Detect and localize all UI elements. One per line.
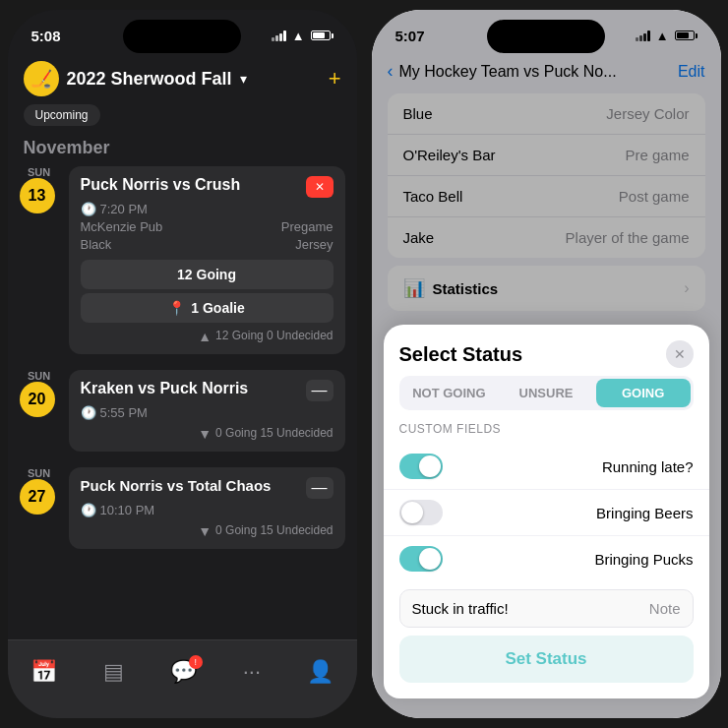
modal-close-button[interactable]: ✕: [666, 340, 694, 368]
game-row: SUN 13 Puck Norris vs Crush ✕ 🕐 7:20 PM: [20, 166, 345, 354]
month-header: November: [8, 134, 357, 166]
game-card[interactable]: Puck Norris vs Crush ✕ 🕐 7:20 PM McKenzi…: [69, 166, 345, 354]
game-card[interactable]: Kraken vs Puck Norris — 🕐 5:55 PM ▼ 0 Go…: [69, 370, 345, 452]
field-label-bringing-pucks: Bringing Pucks: [594, 551, 693, 568]
team-title: 2022 Sherwood Fall: [67, 69, 232, 90]
day-label: SUN: [20, 467, 59, 479]
toggle-bringing-pucks[interactable]: [399, 546, 443, 572]
modal-sheet: Select Status ✕ NOT GOING UNSURE GOING C…: [384, 325, 709, 698]
chat-badge: !: [189, 655, 203, 669]
game-jersey: Black Jersey: [81, 237, 334, 252]
day-col: SUN 27: [20, 467, 59, 515]
day-number: 20: [20, 382, 55, 417]
game-title: Kraken vs Puck Norris: [81, 380, 306, 397]
dash-button[interactable]: —: [306, 477, 334, 499]
tab-going[interactable]: GOING: [596, 379, 691, 407]
dash-button[interactable]: —: [306, 380, 334, 401]
day-col: SUN 13: [20, 166, 59, 213]
note-label: Note: [649, 600, 681, 617]
field-label-running-late: Running late?: [602, 458, 694, 475]
chevron-down-icon[interactable]: ▼: [198, 426, 212, 442]
signal-icon-left: [272, 30, 286, 41]
day-label: SUN: [20, 166, 59, 178]
clock-icon: 🕐: [81, 405, 96, 420]
game-time: 🕐 10:10 PM: [81, 503, 334, 517]
team-logo: 🏒: [24, 61, 59, 96]
close-button[interactable]: ✕: [306, 176, 334, 198]
toggle-bringing-beers[interactable]: [399, 500, 443, 525]
modal-header: Select Status ✕: [384, 325, 709, 376]
game-row: SUN 27 Puck Norris vs Total Chaos — 🕐 10…: [20, 467, 345, 549]
clock-icon: 🕐: [81, 202, 96, 216]
custom-field-row: Running late?: [384, 444, 709, 490]
left-header: 🏒 2022 Sherwood Fall ▾ +: [8, 53, 357, 100]
stats-row: ▼ 0 Going 15 Undecided: [81, 426, 334, 442]
time-left: 5:08: [31, 28, 61, 44]
wifi-icon-left: ▲: [292, 29, 305, 43]
custom-fields-label: CUSTOM FIELDS: [384, 422, 709, 444]
note-text: Stuck in traffic!: [412, 600, 509, 617]
chevron-down-icon[interactable]: ▾: [240, 71, 247, 87]
goalie-bar[interactable]: 📍 1 Goalie: [81, 293, 334, 323]
dynamic-island-left: [123, 20, 241, 53]
battery-icon-left: [311, 30, 334, 40]
day-col: SUN 20: [20, 370, 59, 417]
day-number: 27: [20, 479, 55, 515]
day-number: 13: [20, 178, 55, 213]
stats-row: ▼ 0 Going 15 Undecided: [81, 523, 334, 539]
left-content: 🏒 2022 Sherwood Fall ▾ + Upcoming Novemb…: [8, 53, 357, 718]
nav-calendar-button[interactable]: 📅: [30, 659, 57, 685]
toggle-running-late[interactable]: [399, 454, 443, 479]
right-content: ‹ My Hockey Team vs Puck No... Edit Blue…: [372, 53, 721, 718]
footer-stats: 0 Going 15 Undecided: [215, 426, 333, 442]
goalie-icon: 📍: [168, 300, 185, 316]
game-time: 🕐 5:55 PM: [81, 405, 334, 420]
game-title: Puck Norris vs Total Chaos: [81, 477, 306, 494]
status-icons-left: ▲: [272, 29, 334, 43]
field-label-bringing-beers: Bringing Beers: [596, 505, 693, 521]
game-time: 🕐 7:20 PM: [81, 202, 334, 216]
custom-field-row: Bringing Pucks: [384, 536, 709, 581]
status-tabs: NOT GOING UNSURE GOING: [399, 376, 694, 410]
nav-roster-button[interactable]: ▤: [103, 659, 124, 685]
tab-not-going[interactable]: NOT GOING: [402, 379, 497, 407]
chevron-up-icon[interactable]: ▲: [198, 329, 212, 344]
game-card[interactable]: Puck Norris vs Total Chaos — 🕐 10:10 PM …: [69, 467, 345, 549]
custom-field-row: Bringing Beers: [384, 490, 709, 536]
set-status-button[interactable]: Set Status: [399, 636, 694, 683]
modal-overlay: Select Status ✕ NOT GOING UNSURE GOING C…: [372, 53, 721, 718]
game-row: SUN 20 Kraken vs Puck Norris — 🕐 5:55 PM: [20, 370, 345, 452]
stats-row: ▲ 12 Going 0 Undecided: [81, 329, 334, 344]
game-title: Puck Norris vs Crush: [81, 176, 306, 194]
footer-stats: 0 Going 15 Undecided: [215, 523, 333, 539]
note-field[interactable]: Stuck in traffic! Note: [399, 589, 694, 628]
going-count: 12 Going: [177, 267, 236, 282]
add-game-button[interactable]: +: [329, 66, 341, 91]
nav-more-button[interactable]: ···: [243, 659, 261, 685]
tab-unsure[interactable]: UNSURE: [499, 379, 593, 407]
footer-stats: 12 Going 0 Undecided: [215, 329, 333, 344]
nav-profile-button[interactable]: 👤: [307, 659, 334, 685]
nav-chat-button[interactable]: 💬 !: [170, 659, 197, 685]
game-meta: McKenzie Pub Pregame: [81, 219, 334, 234]
clock-icon: 🕐: [81, 503, 96, 517]
goalie-count: 1 Goalie: [191, 300, 244, 316]
modal-title: Select Status: [399, 343, 523, 366]
going-bar[interactable]: 12 Going: [81, 260, 334, 289]
right-phone: 5:07 ▲ ‹ My Hockey Team vs Pu: [372, 10, 721, 718]
left-phone: 5:08 ▲ 🏒 2022 S: [8, 10, 357, 718]
upcoming-badge[interactable]: Upcoming: [24, 104, 100, 126]
game-list: SUN 13 Puck Norris vs Crush ✕ 🕐 7:20 PM: [8, 166, 357, 654]
chevron-down-icon[interactable]: ▼: [198, 523, 212, 539]
day-label: SUN: [20, 370, 59, 382]
bottom-nav: 📅 ▤ 💬 ! ··· 👤: [8, 639, 357, 718]
